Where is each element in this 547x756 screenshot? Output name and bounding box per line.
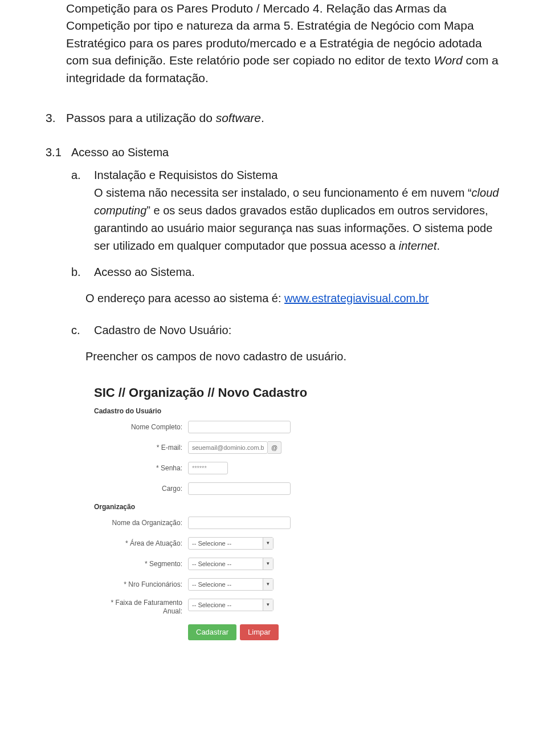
form-button-row: Cadastrar Limpar <box>188 624 345 640</box>
subsection-3-1-number: 3.1 <box>46 144 71 161</box>
limpar-button[interactable]: Limpar <box>240 624 279 640</box>
list-item-a-letter: a. <box>71 166 94 255</box>
intro-paragraph: Competição para os Pares Produto / Merca… <box>66 0 501 87</box>
section-3-heading: 3. Passos para a utilização do software. <box>46 109 501 127</box>
list-item-c: c. Cadastro de Novo Usuário: <box>71 322 501 339</box>
select-nro[interactable]: -- Selecione -- ▾ <box>188 578 274 591</box>
list-item-b-letter: b. <box>71 263 94 281</box>
row-nome-org: Nome da Organização: <box>94 517 345 529</box>
item-b-text: O endereço para acesso ao sistema é: <box>85 292 284 304</box>
label-segmento: * Segmento: <box>94 560 188 568</box>
input-email[interactable] <box>188 441 268 454</box>
row-nro: * Nro Funcionários: -- Selecione -- ▾ <box>94 578 345 591</box>
list-item-c-letter: c. <box>71 322 94 339</box>
form-section-org: Organização <box>94 503 345 511</box>
at-icon: @ <box>268 441 281 454</box>
item-c-paragraph: Preencher os campos de novo cadastro de … <box>85 348 501 365</box>
select-faixa[interactable]: -- Selecione -- ▾ <box>188 599 274 611</box>
section-3-number: 3. <box>46 109 66 127</box>
chevron-down-icon: ▾ <box>263 579 273 590</box>
label-area: * Área de Atuação: <box>94 539 188 547</box>
select-area-value: -- Selecione -- <box>192 540 231 547</box>
item-a-italic2: internet <box>399 239 437 252</box>
item-b-title: Acesso ao Sistema. <box>94 266 195 278</box>
intro-text-1: Competição para os Pares Produto / Merca… <box>66 2 482 67</box>
row-nome: Nome Completo: <box>94 421 345 433</box>
item-b-paragraph: O endereço para acesso ao sistema é: www… <box>85 290 501 307</box>
section-3-pre: Passos para a utilização do <box>66 111 216 124</box>
row-faixa: * Faixa de Faturamento Anual: -- Selecio… <box>94 599 345 616</box>
item-a-end: . <box>436 239 440 252</box>
list-item-a-content: Instalação e Requisistos do Sistema O si… <box>94 166 501 255</box>
row-cargo: Cargo: <box>94 482 345 495</box>
email-input-group: @ <box>188 441 281 454</box>
list-item-b-content: Acesso ao Sistema. <box>94 263 501 281</box>
cadastrar-button[interactable]: Cadastrar <box>188 624 236 640</box>
input-senha[interactable] <box>188 462 228 474</box>
select-segmento-value: -- Selecione -- <box>192 560 231 567</box>
item-c-title: Cadastro de Novo Usuário: <box>94 324 231 336</box>
input-nome-org[interactable] <box>188 517 291 529</box>
subsection-3-1-title: Acesso ao Sistema <box>71 144 169 161</box>
subsection-3-1-heading: 3.1 Acesso ao Sistema <box>46 144 501 161</box>
chevron-down-icon: ▾ <box>263 538 273 549</box>
item-a-line1: Instalação e Requisistos do Sistema <box>94 169 277 181</box>
input-cargo[interactable] <box>188 482 291 495</box>
list-item-a: a. Instalação e Requisistos do Sistema O… <box>71 166 501 255</box>
label-cargo: Cargo: <box>94 485 188 493</box>
label-faixa: * Faixa de Faturamento Anual: <box>94 599 188 616</box>
form-title: SIC // Organização // Novo Cadastro <box>94 385 345 400</box>
select-area[interactable]: -- Selecione -- ▾ <box>188 537 274 550</box>
select-nro-value: -- Selecione -- <box>192 581 231 588</box>
row-email: * E-mail: @ <box>94 441 345 454</box>
chevron-down-icon: ▾ <box>263 599 273 611</box>
intro-italic-word: Word <box>434 54 463 67</box>
row-area: * Área de Atuação: -- Selecione -- ▾ <box>94 537 345 550</box>
select-segmento[interactable]: -- Selecione -- ▾ <box>188 558 274 570</box>
label-nro: * Nro Funcionários: <box>94 580 188 588</box>
item-b-link[interactable]: www.estrategiavisual.com.br <box>284 292 428 304</box>
label-nome-org: Nome da Organização: <box>94 519 188 527</box>
section-3-italic: software <box>216 111 261 124</box>
label-email: * E-mail: <box>94 444 188 452</box>
item-a-line2-pre: O sistema não necessita ser instalado, o… <box>94 186 472 199</box>
list-item-b: b. Acesso ao Sistema. <box>71 263 501 281</box>
row-segmento: * Segmento: -- Selecione -- ▾ <box>94 558 345 570</box>
label-senha: * Senha: <box>94 464 188 472</box>
row-senha: * Senha: <box>94 462 345 474</box>
chevron-down-icon: ▾ <box>263 558 273 570</box>
registration-form-panel: SIC // Organização // Novo Cadastro Cada… <box>85 380 353 649</box>
select-faixa-value: -- Selecione -- <box>192 601 231 608</box>
form-section-user: Cadastro do Usuário <box>94 407 345 415</box>
section-3-title: Passos para a utilização do software. <box>66 109 264 127</box>
label-nome: Nome Completo: <box>94 423 188 431</box>
input-nome[interactable] <box>188 421 291 433</box>
section-3-post: . <box>261 111 264 124</box>
list-item-c-content: Cadastro de Novo Usuário: <box>94 322 501 339</box>
